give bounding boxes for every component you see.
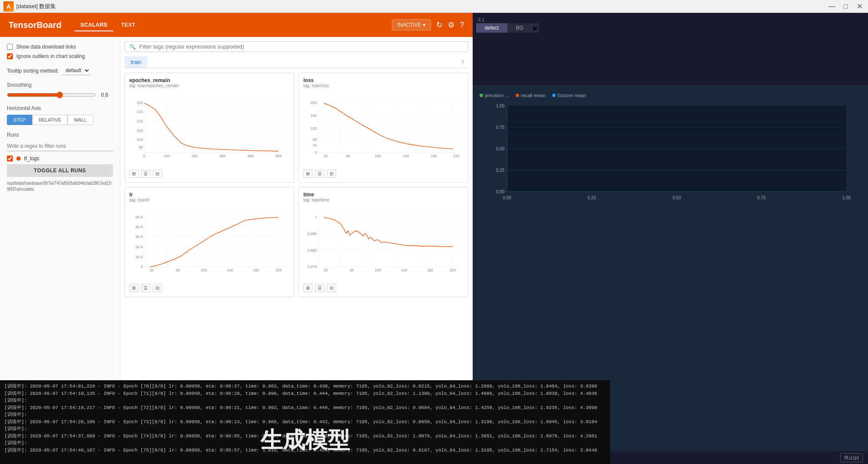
chart-expand-btn-time[interactable]: ⊞ — [303, 284, 312, 292]
legend-recall: recall mean — [516, 93, 545, 98]
smoothing-value: 0.6 — [101, 92, 113, 98]
nav-scalars[interactable]: SCALARS — [74, 19, 113, 31]
help-button[interactable]: ? — [460, 21, 464, 30]
terminal-line: [训练中]: — [4, 411, 606, 418]
chart-collapse-btn-lr[interactable]: ⊟ — [153, 284, 162, 292]
maximize-button[interactable]: □ — [840, 1, 851, 12]
run-color-dot — [16, 156, 21, 161]
svg-text:120: 120 — [311, 126, 317, 131]
svg-text:115: 115 — [137, 110, 143, 114]
chart-area-epoches: 120 115 110 105 100 95 0 100 200 300 — [129, 91, 290, 168]
axis-relative-button[interactable]: RELATIVE — [32, 115, 67, 125]
tensorboard-nav: SCALARS TEXT — [74, 19, 141, 31]
chart-expand-btn-loss[interactable]: ⊞ — [303, 170, 312, 178]
show-data-checkbox-row[interactable]: Show data download links — [7, 44, 113, 50]
filter-row: train 7 — [125, 56, 468, 68]
chart-actions-time: ⊞ ☰ ⊟ — [303, 284, 464, 292]
chart-collapse-btn-time[interactable]: ⊟ — [327, 284, 336, 292]
svg-text:140: 140 — [403, 154, 409, 158]
chart-list-btn-lr[interactable]: ☰ — [141, 284, 150, 292]
chart-expand-btn-epoches[interactable]: ⊞ — [129, 170, 138, 178]
chart-title-lr: lr — [129, 192, 290, 198]
svg-text:300: 300 — [220, 154, 226, 158]
axis-step-button[interactable]: STEP — [7, 115, 32, 125]
right-chart-panel: precision ... recall mean f1score mean — [473, 86, 868, 223]
svg-text:20: 20 — [324, 154, 328, 158]
window-title: [dataset] 数据集 — [16, 3, 56, 10]
chart-list-btn-epoches[interactable]: ☰ — [141, 170, 150, 178]
search-icon: 🔍 — [129, 44, 136, 50]
right-scroll-btn[interactable]: ▶ — [532, 23, 539, 33]
chart-expand-btn-lr[interactable]: ⊞ — [129, 284, 138, 292]
legend-label-recall: recall mean — [521, 93, 545, 98]
chart-card-loss: loss tag: train/loss — [299, 73, 468, 183]
chart-actions-epoches: ⊞ ☰ ⊟ — [129, 170, 290, 178]
svg-text:140: 140 — [227, 268, 233, 272]
horizontal-axis-label: Horizontal Axis — [7, 105, 113, 111]
ignore-outliers-checkbox-row[interactable]: Ignore outliers in chart scaling — [7, 53, 113, 59]
tooltip-select[interactable]: default — [62, 66, 90, 75]
chart-title-epoches: epoches_remain — [129, 77, 290, 83]
terminal-line: [训练中]: 2020-05-07 17:54:46,187 - INFO - … — [4, 447, 606, 454]
svg-text:1.00: 1.00 — [842, 195, 851, 200]
svg-text:5e-4: 5e-4 — [135, 215, 143, 219]
svg-text:220: 220 — [275, 268, 282, 272]
legend-label-precision: precision ... — [485, 93, 509, 98]
smoothing-label: Smoothing — [7, 82, 113, 88]
svg-text:180: 180 — [431, 154, 437, 158]
run-checkbox-tf-logs[interactable] — [7, 156, 13, 162]
tensorboard-header: TensorBoard SCALARS TEXT INACTIVE ▾ ↻ ⚙ … — [0, 13, 473, 37]
stop-button[interactable]: 停止(p) — [840, 453, 863, 462]
search-bar: 🔍 — [125, 41, 468, 52]
chart-title-time: time — [303, 192, 464, 198]
terminal-panel: [训练中]: 2020-05-07 17:54:01,226 - INFO - … — [0, 380, 610, 464]
axis-wall-button[interactable]: WALL — [67, 115, 93, 125]
chart-area-lr: 5e-4 4e-4 3e-4 2e-4 1e-4 0 20 60 100 140 — [129, 205, 290, 282]
tab-bg[interactable]: BG — [507, 23, 532, 33]
svg-text:0.25: 0.25 — [587, 195, 596, 200]
minimize-button[interactable]: — — [827, 1, 837, 12]
svg-text:1: 1 — [315, 215, 317, 219]
svg-text:200: 200 — [192, 154, 198, 158]
search-input[interactable] — [139, 43, 460, 50]
title-bar: A [dataset] 数据集 — □ ✕ — [0, 0, 868, 13]
filter-tag-train[interactable]: train — [125, 56, 147, 68]
chart-list-btn-time[interactable]: ☰ — [315, 284, 324, 292]
chart-collapse-btn-epoches[interactable]: ⊟ — [153, 170, 162, 178]
tab-defect[interactable]: defect — [476, 23, 507, 33]
svg-text:0.975: 0.975 — [308, 265, 317, 269]
ignore-outliers-checkbox[interactable] — [7, 53, 13, 59]
chart-list-btn-loss[interactable]: ☰ — [315, 170, 324, 178]
svg-text:0.985: 0.985 — [308, 248, 317, 253]
svg-text:60: 60 — [350, 268, 354, 272]
svg-text:60: 60 — [346, 154, 350, 158]
inactive-button[interactable]: INACTIVE ▾ — [392, 19, 431, 31]
right-tab-row: defect BG ▶ — [476, 23, 865, 33]
show-data-checkbox[interactable] — [7, 44, 13, 50]
svg-text:0: 0 — [315, 150, 317, 155]
svg-text:105: 105 — [137, 128, 143, 133]
close-button[interactable]: ✕ — [854, 1, 865, 12]
chart-svg-lr: 5e-4 4e-4 3e-4 2e-4 1e-4 0 20 60 100 140 — [129, 205, 290, 282]
svg-text:200: 200 — [311, 101, 317, 105]
svg-text:80: 80 — [313, 137, 317, 142]
legend-precision: precision ... — [480, 93, 509, 98]
refresh-button[interactable]: ↻ — [436, 20, 443, 30]
ignore-outliers-label: Ignore outliers in chart scaling — [16, 53, 85, 59]
terminal-line: [训练中]: 2020-05-07 17:54:10,135 - INFO - … — [4, 390, 606, 397]
smoothing-slider[interactable] — [7, 92, 96, 98]
runs-filter-input[interactable] — [7, 141, 113, 151]
chart-collapse-btn-loss[interactable]: ⊟ — [327, 170, 336, 178]
show-data-label: Show data download links — [16, 44, 76, 50]
toggle-all-button[interactable]: TOGGLE ALL RUNS — [7, 164, 113, 177]
nav-text[interactable]: TEXT — [115, 19, 141, 31]
svg-text:0.75: 0.75 — [757, 195, 766, 200]
right-top-label: 0.1 — [476, 16, 865, 23]
chart-card-epoches-remain: epoches_remain tag: train/epoches_remain — [125, 73, 294, 183]
legend-dot-recall — [516, 94, 519, 97]
settings-button[interactable]: ⚙ — [448, 20, 455, 30]
legend-dot-f1score — [552, 94, 556, 97]
chart-subtitle-loss: tag: train/loss — [303, 83, 464, 88]
terminal-line: [训练中]: — [4, 425, 606, 433]
chart-area-time: 1 0.995 0.985 0.975 20 60 100 140 180 22… — [303, 205, 464, 282]
